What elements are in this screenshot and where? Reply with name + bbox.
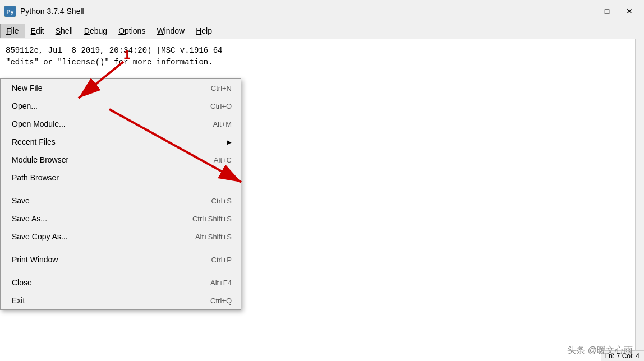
print-window-label: Print Window [12, 255, 58, 264]
menu-shell[interactable]: Shell [50, 24, 79, 38]
menu-edit-label: Edit [31, 26, 44, 35]
close-button[interactable]: ✕ [619, 3, 640, 19]
watermark-text: 头条 @暖文心雨 [567, 345, 633, 355]
save-shortcut: Ctrl+S [211, 197, 232, 205]
open-shortcut: Ctrl+O [210, 102, 232, 110]
window-title: Python 3.7.4 Shell [20, 7, 84, 16]
new-file-label: New File [12, 84, 42, 92]
close-shortcut: Alt+F4 [210, 279, 232, 287]
save-as-label: Save As... [12, 214, 47, 223]
file-dropdown-menu: New File Ctrl+N Open... Ctrl+O Open Modu… [0, 78, 241, 310]
separator-3 [1, 271, 241, 271]
close-label: Close [12, 278, 32, 287]
save-copy-as-label: Save Copy As... [12, 232, 68, 241]
menu-new-file[interactable]: New File Ctrl+N [1, 79, 241, 97]
menu-close[interactable]: Close Alt+F4 [1, 274, 241, 291]
new-file-shortcut: Ctrl+N [211, 84, 232, 92]
recent-files-arrow: ▶ [227, 139, 232, 145]
menu-options[interactable]: Options [113, 24, 151, 38]
main-content: 859112e, Jul 8 2019, 20:34:20) [MSC v.19… [0, 39, 644, 361]
title-bar-controls: — □ ✕ [574, 3, 640, 19]
menu-path-browser[interactable]: Path Browser [1, 169, 241, 187]
menu-file-label: File [6, 26, 19, 35]
menu-window[interactable]: Window [151, 24, 190, 38]
menu-open-module[interactable]: Open Module... Alt+M [1, 115, 241, 133]
separator-2 [1, 248, 241, 248]
save-as-shortcut: Ctrl+Shift+S [192, 215, 232, 223]
maximize-button[interactable]: □ [597, 3, 617, 19]
module-browser-shortcut: Alt+C [214, 156, 232, 164]
menu-save-copy-as[interactable]: Save Copy As... Alt+Shift+S [1, 228, 241, 246]
menu-exit[interactable]: Exit Ctrl+Q [1, 291, 241, 309]
path-browser-label: Path Browser [12, 173, 59, 182]
separator-1 [1, 189, 241, 189]
menu-open[interactable]: Open... Ctrl+O [1, 97, 241, 115]
menu-options-label: Options [118, 26, 145, 35]
watermark: 头条 @暖文心雨 [567, 345, 633, 357]
app-icon: Py [4, 6, 16, 17]
shell-line1: 859112e, Jul 8 2019, 20:34:20) [MSC v.19… [6, 45, 629, 57]
open-label: Open... [12, 101, 38, 110]
minimize-button[interactable]: — [574, 3, 595, 19]
recent-files-label: Recent Files [12, 137, 56, 146]
open-module-label: Open Module... [12, 119, 66, 128]
menu-print-window[interactable]: Print Window Ctrl+P [1, 251, 241, 269]
exit-shortcut: Ctrl+Q [210, 297, 232, 305]
title-bar-left: Py Python 3.7.4 Shell [4, 6, 84, 17]
menu-save-as[interactable]: Save As... Ctrl+Shift+S [1, 210, 241, 228]
title-bar: Py Python 3.7.4 Shell — □ ✕ [0, 0, 644, 22]
menu-shell-label: Shell [56, 26, 73, 35]
menu-edit[interactable]: Edit [25, 24, 50, 38]
save-copy-as-shortcut: Alt+Shift+S [195, 233, 232, 241]
open-module-shortcut: Alt+M [213, 120, 232, 128]
svg-text:Py: Py [6, 8, 14, 15]
module-browser-label: Module Browser [12, 155, 68, 164]
menu-bar: File Edit Shell Debug Options Window Hel… [0, 22, 644, 39]
menu-recent-files[interactable]: Recent Files ▶ [1, 133, 241, 151]
exit-label: Exit [12, 296, 25, 305]
menu-debug[interactable]: Debug [79, 24, 113, 38]
menu-window-label: Window [157, 26, 185, 35]
menu-help-label: Help [196, 26, 212, 35]
save-label: Save [12, 196, 30, 205]
menu-debug-label: Debug [84, 26, 107, 35]
shell-line2: "edits" or "license()" for more informat… [6, 57, 629, 68]
menu-file[interactable]: File [0, 24, 25, 38]
menu-module-browser[interactable]: Module Browser Alt+C [1, 151, 241, 169]
print-window-shortcut: Ctrl+P [211, 256, 232, 264]
scrollbar[interactable] [635, 39, 644, 361]
menu-help[interactable]: Help [190, 24, 218, 38]
menu-save[interactable]: Save Ctrl+S [1, 192, 241, 210]
